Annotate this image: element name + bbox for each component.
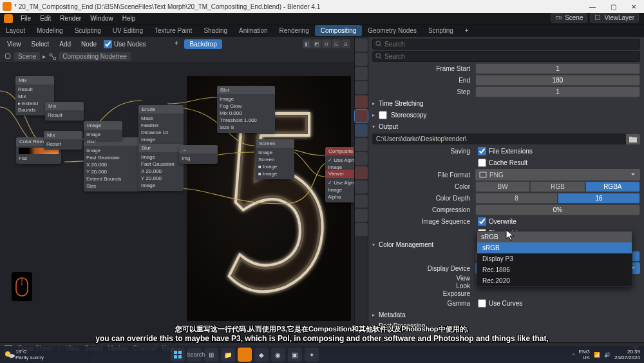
browse-folder-button[interactable] xyxy=(626,134,640,144)
menu-render[interactable]: Render xyxy=(56,14,85,23)
weather-icon[interactable] xyxy=(4,349,15,360)
section-metadata[interactable]: Metadata xyxy=(368,309,644,320)
tool-btn-output[interactable] xyxy=(355,110,368,123)
node-image-small[interactable]: Mix Result xyxy=(44,131,82,150)
section-time-stretching[interactable]: Time Stretching xyxy=(368,98,644,109)
node-image[interactable]: Image Image xyxy=(84,121,122,140)
dropdown-option-srgb[interactable]: sRGB xyxy=(477,242,632,253)
tab-shading[interactable]: Shading xyxy=(198,25,233,36)
app-icon[interactable]: ◉ xyxy=(271,348,285,362)
start-button[interactable] xyxy=(171,348,185,362)
cache-result-checkbox[interactable] xyxy=(478,159,486,167)
tool-btn[interactable] xyxy=(355,166,368,179)
channel-combined[interactable]: ◧ xyxy=(303,39,312,48)
volume-icon[interactable]: 🔊 xyxy=(604,352,611,358)
node-erode[interactable]: Erode MaskFeatherDistance 10Image xyxy=(138,105,184,145)
tool-btn[interactable] xyxy=(355,81,368,94)
use-nodes-checkbox[interactable]: Use Nodes xyxy=(104,40,146,48)
node-viewer[interactable]: Viewer ✓ Use AlphaImageAlpha xyxy=(325,170,354,202)
compression-field[interactable]: 0% xyxy=(475,204,640,215)
pin-icon[interactable] xyxy=(173,40,180,48)
tab-modeling[interactable]: Modeling xyxy=(31,25,69,36)
tab-texturepaint[interactable]: Texture Paint xyxy=(149,25,198,36)
windows-taskbar[interactable]: 18°CPartly sunny Search ⊞ 📁 ◆ ◉ ▣ ✦ ^ EN… xyxy=(0,346,644,363)
minimize-button[interactable]: — xyxy=(582,0,603,13)
app-icon[interactable]: ◆ xyxy=(254,348,269,362)
task-view-button[interactable]: ⊞ xyxy=(204,348,218,362)
maximize-button[interactable]: ▢ xyxy=(603,0,623,13)
section-output[interactable]: Output xyxy=(368,121,644,132)
dropdown-option-p3[interactable]: Display P3 xyxy=(477,253,632,264)
dropdown-option-rec2020[interactable]: Rec.2020 xyxy=(477,275,632,286)
breadcrumb-nodetree[interactable]: Compositing Nodetree xyxy=(59,52,131,61)
node-screen[interactable]: Screen ImageScreen■ Image■ Image xyxy=(256,139,294,179)
tool-btn[interactable] xyxy=(355,223,368,236)
properties-search-input[interactable] xyxy=(372,51,640,62)
tab-compositing[interactable]: Compositing xyxy=(315,25,363,36)
menu-window[interactable]: Window xyxy=(86,14,117,23)
tray-chevron-icon[interactable]: ^ xyxy=(573,352,575,358)
explorer-icon[interactable]: 📁 xyxy=(221,348,235,362)
output-path-field[interactable]: C:\Users\darko\Desktop\render\ xyxy=(372,133,626,144)
nodeeditor-select[interactable]: Select xyxy=(28,40,53,48)
frame-start-field[interactable]: 1 xyxy=(475,63,640,74)
compositor-node-editor[interactable]: View Select Add Node Use Nodes Backdrop … xyxy=(0,37,354,342)
window-close-button[interactable]: ✕ xyxy=(623,0,644,13)
dropdown-option-rec1886[interactable]: Rec.1886 xyxy=(477,264,632,275)
tool-btn[interactable] xyxy=(355,209,368,222)
display-device-dropdown[interactable]: sRGB sRGB Display P3 Rec.1886 Rec.2020 xyxy=(477,231,632,287)
tool-btn-render[interactable] xyxy=(355,95,368,108)
use-curves-checkbox[interactable] xyxy=(478,299,486,308)
tool-btn[interactable] xyxy=(355,138,368,151)
tab-geometrynodes[interactable]: Geometry Nodes xyxy=(362,25,422,36)
breadcrumb-scene[interactable]: Scene xyxy=(14,52,40,61)
tool-btn[interactable] xyxy=(355,152,368,165)
app-icon[interactable]: ✦ xyxy=(305,348,319,362)
tool-btn[interactable] xyxy=(355,181,368,193)
menu-edit[interactable]: Edit xyxy=(36,14,55,23)
tab-add[interactable]: + xyxy=(459,25,475,36)
tool-btn[interactable] xyxy=(355,195,368,208)
clock[interactable]: 20:3924/07/2024 xyxy=(614,349,640,360)
frame-step-field[interactable]: 1 xyxy=(475,86,640,97)
weather-widget[interactable]: 18°CPartly sunny xyxy=(15,349,44,360)
tab-animation[interactable]: Animation xyxy=(233,25,273,36)
channel-g[interactable]: G xyxy=(332,39,341,48)
color-mode-toggle[interactable]: BWRGBRGBA xyxy=(475,181,640,192)
overwrite-checkbox[interactable] xyxy=(478,217,486,226)
menu-help[interactable]: Help xyxy=(118,14,140,23)
tool-btn[interactable] xyxy=(355,124,368,137)
tab-layout[interactable]: Layout xyxy=(0,25,31,36)
channel-alpha[interactable]: ◩ xyxy=(312,39,321,48)
app-icon[interactable]: ▣ xyxy=(288,348,302,362)
tool-btn[interactable] xyxy=(355,39,368,52)
file-extensions-checkbox[interactable] xyxy=(478,147,486,155)
tab-uvediting[interactable]: UV Editing xyxy=(107,25,149,36)
frame-end-field[interactable]: 180 xyxy=(475,75,640,86)
nodeeditor-view[interactable]: View xyxy=(4,40,24,48)
nodeeditor-add[interactable]: Add xyxy=(56,40,74,48)
header-search-input[interactable] xyxy=(372,39,640,50)
file-format-select[interactable]: PNG xyxy=(475,169,640,181)
tool-btn[interactable] xyxy=(355,67,368,80)
app-icon[interactable] xyxy=(238,348,252,362)
tab-sculpting[interactable]: Sculpting xyxy=(69,25,107,36)
menu-file[interactable]: File xyxy=(17,14,35,23)
node-blur1[interactable]: Blur ImageFast GaussianX 20.000Y 20.000E… xyxy=(84,137,142,191)
channel-r[interactable]: R xyxy=(322,39,331,48)
node-blur2[interactable]: Blur ImageFast GaussianX 20.000Y 20.000I… xyxy=(138,144,184,191)
backdrop-button[interactable]: Backdrop xyxy=(184,39,222,49)
node-mix2[interactable]: Mix Result xyxy=(45,102,84,121)
channel-b[interactable]: B xyxy=(341,39,350,48)
blender-icon[interactable] xyxy=(4,14,13,23)
scene-select[interactable]: Scene xyxy=(551,13,587,23)
color-depth-toggle[interactable]: 816 xyxy=(475,193,640,204)
wifi-icon[interactable]: 📶 xyxy=(594,352,600,358)
section-stereoscopy[interactable]: Stereoscopy xyxy=(368,109,644,121)
viewlayer-select[interactable]: ViewLayer xyxy=(590,13,639,23)
node-blur-glow[interactable]: Blur ImageFog GlowMix 0.000Threshold 1.0… xyxy=(217,86,275,133)
tab-rendering[interactable]: Rendering xyxy=(274,25,315,36)
taskbar-search[interactable]: Search xyxy=(187,348,202,362)
section-post-processing[interactable]: Post Processing xyxy=(368,320,644,331)
node-small[interactable]: ...Img xyxy=(179,145,218,164)
